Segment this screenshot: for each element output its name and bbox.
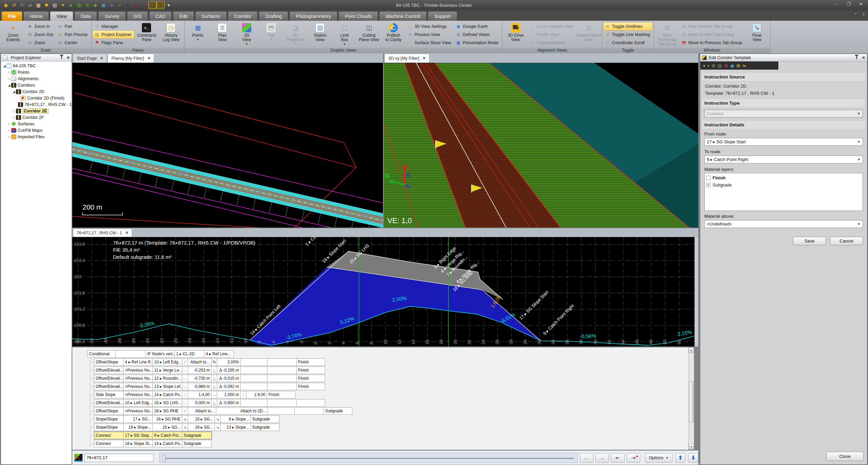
tree-expander-icon[interactable]: ▷ xyxy=(12,116,16,119)
ribbon-button-presentation-mode[interactable]: ▣Presentation Mode xyxy=(454,39,501,47)
ribbon-button-pan[interactable]: ⇄Pan xyxy=(56,22,90,30)
instruction-cell[interactable]: 16 ▸ SG RHE xyxy=(152,407,182,415)
instruction-cell[interactable]: 10 ▸ Left Edg... xyxy=(152,358,182,366)
instruction-cell[interactable]: 17 ▸ SG Slop... xyxy=(123,432,153,439)
close-icon[interactable]: ✕ xyxy=(147,56,150,60)
qat-overflow-icon[interactable]: ▾ xyxy=(165,1,172,9)
instruction-cell[interactable] xyxy=(267,383,297,390)
elev-icon[interactable]: ∟ xyxy=(182,366,188,374)
instruction-cell[interactable] xyxy=(240,399,267,407)
instruction-row[interactable]: Slope/Slope18 ▸ Slope...15 ▸ SG...↘16 ▸ … xyxy=(94,424,279,431)
tab-surfaces[interactable]: Surfaces xyxy=(195,11,227,21)
table-scrollbar[interactable]: ▲ ▼ xyxy=(688,347,694,450)
instruction-cell[interactable]: Δ -0,015 m xyxy=(217,375,241,382)
move-up-button[interactable]: ⬆ xyxy=(675,453,685,463)
instruction-cell[interactable]: Conditional xyxy=(87,350,116,358)
instruction-cell[interactable] xyxy=(296,399,325,407)
instruction-cell[interactable]: 10 ▸ Left Edg... xyxy=(123,399,153,407)
instruction-cell[interactable]: <Previous No... xyxy=(123,407,153,415)
ribbon-button-pan-precise[interactable]: ⇆Pan Precise xyxy=(56,31,90,38)
ratio-icon[interactable]: ⋮ xyxy=(240,391,246,398)
instruction-cell[interactable]: -0,735 m xyxy=(188,375,211,382)
instruction-row[interactable]: Side Slope<Previous No...14 ▸ Catch Po..… xyxy=(94,391,296,398)
ribbon-button-flags-pane[interactable]: ⚑Flags Pane xyxy=(93,39,134,47)
instruction-cell[interactable]: -0,253 m xyxy=(188,366,211,374)
ribbon-button-toggle-gridlines[interactable]: ⌗Toggle Gridlines xyxy=(604,22,652,30)
options-button[interactable]: Options ▼ xyxy=(645,453,673,463)
ribbon-button-points[interactable]: ▦Points▼ xyxy=(186,22,210,47)
help-button[interactable]: ? xyxy=(862,12,865,17)
instruction-cell[interactable]: Subgrade xyxy=(251,424,279,431)
maximize-button[interactable]: ❐ xyxy=(844,1,853,6)
instruction-cell[interactable]: <Previous No... xyxy=(123,391,153,398)
instruction-cell[interactable]: Subgrade xyxy=(182,432,212,439)
ribbon-button-plan-view[interactable]: ≣Plan View xyxy=(210,22,234,47)
ribbon-button-process-view[interactable]: ⊙Process View xyxy=(406,31,454,38)
instruction-cell[interactable]: 16 ▸ SG... xyxy=(188,424,215,431)
edit-instruction-icon[interactable]: ▨ xyxy=(718,63,722,68)
unchecked-checkbox-icon[interactable] xyxy=(706,176,710,180)
tree-item-64-105-tbc[interactable]: ◢64-105 TBC xyxy=(1,62,72,69)
save-button[interactable]: Save xyxy=(793,237,826,245)
internet-download-icon[interactable]: ● xyxy=(67,1,75,9)
flip-template-icon[interactable]: ⇋ xyxy=(743,63,746,68)
close-icon[interactable]: ✕ xyxy=(423,56,426,60)
elev-icon[interactable]: ∟ xyxy=(182,399,188,407)
tab-data[interactable]: Data xyxy=(74,11,97,21)
device-icon[interactable]: ◆ xyxy=(92,1,99,9)
project-settings-icon[interactable]: ✱ xyxy=(43,1,50,9)
tab-file[interactable]: File xyxy=(1,11,22,21)
ribbon-button-surface-slicer-view[interactable]: ◇Surface Slicer View xyxy=(406,39,454,47)
instruction-cell[interactable]: Attach to... xyxy=(188,407,216,415)
tree-item-surfaces[interactable]: ▷Surfaces xyxy=(1,121,72,127)
instruction-cell[interactable]: 4 ▸ Ref Line... xyxy=(204,350,234,358)
material-item-subgrade[interactable]: ✓Subgrade xyxy=(706,181,861,189)
ribbon-button-publish-to-clarity[interactable]: CPublish to Clarity xyxy=(382,22,405,47)
instruction-cell[interactable] xyxy=(294,407,324,415)
tree-item-corridor-2d-finish-[interactable]: Corridor 2D (Finish) xyxy=(1,95,72,101)
import-icon[interactable]: ◍ xyxy=(75,1,83,9)
preview-icon[interactable]: ◉ xyxy=(730,63,734,68)
instruction-row-selected[interactable]: Connect17 ▸ SG Slop...9 ▸ Catch Poi...Su… xyxy=(94,432,212,439)
tab-machine-control[interactable]: Machine Control xyxy=(379,11,427,21)
elev-icon[interactable]: ∟ xyxy=(182,375,188,382)
ribbon-button-manager[interactable]: ▽Manager xyxy=(93,22,134,30)
instruction-cell[interactable] xyxy=(240,383,267,390)
add-instruction-icon[interactable]: ⊞ xyxy=(712,63,715,68)
close-icon[interactable]: ✕ xyxy=(125,231,128,235)
ribbon-button-float-view[interactable]: ➘Float View xyxy=(745,22,769,47)
move-down-button[interactable]: ⬇ xyxy=(688,453,698,463)
tab-gis[interactable]: GIS xyxy=(127,11,148,21)
tree-expander-icon[interactable]: ▷ xyxy=(12,109,16,113)
ribbon-button-defined-views[interactable]: ◎Defined Views xyxy=(454,31,501,38)
instruction-cell[interactable]: Slope/Slope xyxy=(94,415,124,423)
ss-icon[interactable]: ↘ xyxy=(215,424,221,431)
ribbon-button-zoom-out[interactable]: ⊖Zoom Out xyxy=(26,31,56,38)
tree-item-corridor-2d[interactable]: ◢Corridor 2D xyxy=(1,88,72,95)
instruction-cell[interactable]: Attach to 2D... xyxy=(216,407,268,415)
instruction-cell[interactable]: <Previous No... xyxy=(123,375,153,382)
view-tab-3d-vy-my-filter-[interactable]: 3D-vy [My Filter]✕ xyxy=(385,54,429,62)
instruction-cell[interactable]: Subgrade xyxy=(324,407,352,415)
ribbon-button-zoom-in[interactable]: ⊕Zoom In xyxy=(26,22,56,30)
tab-edit[interactable]: Edit xyxy=(173,11,194,21)
measure-icon[interactable]: ∕ xyxy=(116,1,124,9)
instruction-type-select[interactable]: Connect ▼ xyxy=(704,110,863,118)
cross-section-tab[interactable]: 76+872,17 , RHS CW - 1 ✕ xyxy=(73,229,132,237)
instruction-cell[interactable]: 16 ▸ SG RHE xyxy=(152,415,182,423)
instruction-row[interactable]: Offset/Elevati...<Previous No...12 ▸ Rou… xyxy=(94,375,325,382)
save-icon[interactable]: ▦ xyxy=(35,1,42,9)
instruction-cell[interactable]: Offset/Slope xyxy=(94,407,124,415)
elev-icon[interactable]: ∟ xyxy=(182,383,188,390)
from-node-select[interactable]: 17 ▸ SG Slope Start ▼ xyxy=(704,138,863,146)
cross-section-view[interactable]: 102,8102,4102101,6101,2100,8100,4-34-32-… xyxy=(72,237,695,346)
tree-expander-icon[interactable]: ◢ xyxy=(7,84,11,87)
instruction-cell[interactable] xyxy=(267,375,297,382)
scroll-up-icon[interactable]: ▲ xyxy=(689,347,694,353)
tree-expander-icon[interactable]: ▷ xyxy=(7,135,11,139)
instruction-cell[interactable]: Offset/Slope xyxy=(94,358,124,366)
instruction-cell[interactable]: 1:6,00 xyxy=(246,391,267,398)
tree-item-corridor-2f[interactable]: ▷Corridor 2F xyxy=(1,114,72,121)
instruction-cell[interactable]: 18 ▸ Slope St... xyxy=(123,440,153,447)
tab-support[interactable]: Support xyxy=(428,11,457,21)
